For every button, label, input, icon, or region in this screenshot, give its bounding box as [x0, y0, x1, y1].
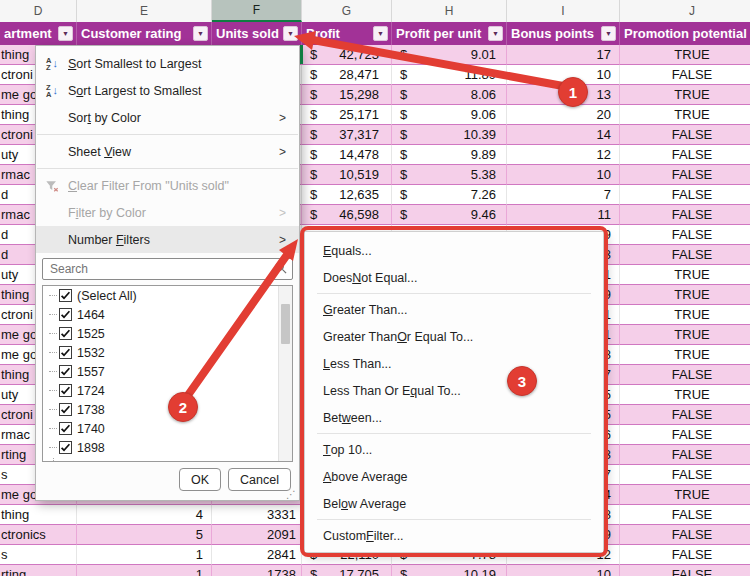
cell-units-sold[interactable]: 1738	[212, 565, 302, 576]
cell-profit[interactable]: $12,635	[302, 185, 392, 205]
cell-profit[interactable]: $37,317	[302, 125, 392, 145]
cell-promotion-potential[interactable]: FALSE	[620, 125, 750, 145]
cell-promotion-potential[interactable]: FALSE	[620, 405, 750, 425]
submenu-item-does-not-equal[interactable]: Does Not Equal...	[305, 264, 603, 291]
checked-checkbox-icon[interactable]	[59, 365, 72, 378]
filter-button-artment[interactable]: ▼	[58, 26, 73, 41]
filter-button-customer-rating[interactable]: ▼	[193, 26, 208, 41]
submenu-item-less-than[interactable]: Less Than...	[305, 350, 603, 377]
filter-value-1740[interactable]: 1740	[43, 419, 292, 438]
cell-bonus-points[interactable]: 11	[507, 205, 620, 225]
ok-button[interactable]: OK	[179, 468, 221, 491]
cell-profit-per-unit[interactable]: $10.39	[392, 125, 507, 145]
cell-profit[interactable]: $10,519	[302, 165, 392, 185]
menu-item-sort-by-color[interactable]: Sort by Color>	[36, 104, 299, 131]
cell-promotion-potential[interactable]: TRUE	[620, 345, 750, 365]
column-letter-E[interactable]: E	[77, 0, 212, 22]
filter-value-select-all[interactable]: (Select All)	[43, 286, 292, 305]
cell-promotion-potential[interactable]: FALSE	[620, 505, 750, 525]
cell-promotion-potential[interactable]: FALSE	[620, 245, 750, 265]
cell-artment[interactable]: thing	[0, 505, 77, 525]
cell-profit-per-unit[interactable]: $7.26	[392, 185, 507, 205]
cell-artment[interactable]: ctronics	[0, 525, 77, 545]
filter-value-1724[interactable]: 1724	[43, 381, 292, 400]
cell-promotion-potential[interactable]: TRUE	[620, 385, 750, 405]
cell-promotion-potential[interactable]: FALSE	[620, 465, 750, 485]
cell-promotion-potential[interactable]: TRUE	[620, 325, 750, 345]
cell-promotion-potential[interactable]: FALSE	[620, 165, 750, 185]
cell-promotion-potential[interactable]: TRUE	[620, 285, 750, 305]
column-letter-D[interactable]: D	[0, 0, 77, 22]
cell-promotion-potential[interactable]: FALSE	[620, 525, 750, 545]
cell-promotion-potential[interactable]: TRUE	[620, 265, 750, 285]
cell-customer-rating[interactable]: 1	[77, 545, 212, 565]
cell-bonus-points[interactable]: 7	[507, 185, 620, 205]
cell-customer-rating[interactable]: 5	[77, 525, 212, 545]
cell-profit[interactable]: $25,171	[302, 105, 392, 125]
cell-promotion-potential[interactable]: TRUE	[620, 485, 750, 505]
submenu-item-between[interactable]: Between...	[305, 404, 603, 431]
menu-item-number-filters[interactable]: Number Filters>	[36, 226, 299, 253]
cell-bonus-points[interactable]: 12	[507, 145, 620, 165]
cell-promotion-potential[interactable]: FALSE	[620, 425, 750, 445]
cell-profit[interactable]: $17,705	[302, 565, 392, 576]
column-letter-I[interactable]: I	[507, 0, 620, 22]
cell-profit-per-unit[interactable]: $10.19	[392, 565, 507, 576]
cell-bonus-points[interactable]: 10	[507, 565, 620, 576]
cell-profit-per-unit[interactable]: $5.38	[392, 165, 507, 185]
cell-promotion-potential[interactable]: FALSE	[620, 65, 750, 85]
cell-units-sold[interactable]: 2091	[212, 525, 302, 545]
checked-checkbox-icon[interactable]	[59, 346, 72, 359]
menu-item-sheet-view[interactable]: Sheet View>	[36, 138, 299, 165]
cell-promotion-potential[interactable]: TRUE	[620, 85, 750, 105]
checked-checkbox-icon[interactable]	[59, 384, 72, 397]
submenu-item-greater-than-or-equal-to[interactable]: Greater Than Or Equal To...	[305, 323, 603, 350]
cell-promotion-potential[interactable]: TRUE	[620, 45, 750, 65]
submenu-item-above-average[interactable]: Above Average	[305, 463, 603, 490]
cell-profit[interactable]: $46,598	[302, 205, 392, 225]
cell-profit-per-unit[interactable]: $9.01	[392, 45, 507, 65]
cell-promotion-potential[interactable]: FALSE	[620, 565, 750, 576]
cell-artment[interactable]: rting	[0, 565, 77, 576]
filter-value-1525[interactable]: 1525	[43, 324, 292, 343]
cell-units-sold[interactable]: 2841	[212, 545, 302, 565]
checked-checkbox-icon[interactable]	[59, 422, 72, 435]
submenu-item-equals[interactable]: Equals...	[305, 237, 603, 264]
menu-item-sort-smallest-to-largest[interactable]: AZ↓Sort Smallest to Largest	[36, 50, 299, 77]
cell-customer-rating[interactable]: 1	[77, 565, 212, 576]
cell-profit[interactable]: $14,478	[302, 145, 392, 165]
submenu-item-less-than-or-equal-to[interactable]: Less Than Or Equal To...	[305, 377, 603, 404]
checked-checkbox-icon[interactable]	[59, 308, 72, 321]
cell-profit[interactable]: $15,298	[302, 85, 392, 105]
cell-promotion-potential[interactable]: TRUE	[620, 105, 750, 125]
submenu-item-top-10[interactable]: Top 10...	[305, 436, 603, 463]
search-input[interactable]	[48, 261, 274, 277]
filter-button-bonus-points[interactable]: ▼	[601, 26, 616, 41]
cell-profit-per-unit[interactable]: $9.06	[392, 105, 507, 125]
cell-promotion-potential[interactable]: FALSE	[620, 145, 750, 165]
checked-checkbox-icon[interactable]	[59, 441, 72, 454]
column-letter-H[interactable]: H	[392, 0, 507, 22]
cell-artment[interactable]: s	[0, 545, 77, 565]
cell-promotion-potential[interactable]: TRUE	[620, 305, 750, 325]
menu-item-sort-largest-to-smallest[interactable]: ZA↓Sort Largest to Smallest	[36, 77, 299, 104]
submenu-item-below-average[interactable]: Below Average	[305, 490, 603, 517]
filter-button-profit[interactable]: ▼	[373, 26, 388, 41]
cell-profit-per-unit[interactable]: $11.89	[392, 65, 507, 85]
cell-promotion-potential[interactable]: FALSE	[620, 365, 750, 385]
cell-promotion-potential[interactable]: FALSE	[620, 185, 750, 205]
submenu-item-greater-than[interactable]: Greater Than...	[305, 296, 603, 323]
cell-units-sold[interactable]: 3331	[212, 505, 302, 525]
cell-bonus-points[interactable]: 20	[507, 105, 620, 125]
cell-profit[interactable]: $28,471	[302, 65, 392, 85]
column-letter-G[interactable]: G	[302, 0, 392, 22]
cell-profit[interactable]: $42,723	[302, 45, 392, 65]
submenu-item-custom-filter[interactable]: Custom Filter...	[305, 522, 603, 549]
filter-value-1532[interactable]: 1532	[43, 343, 292, 362]
resize-handle[interactable]: ⋰	[286, 490, 296, 500]
cancel-button[interactable]: Cancel	[228, 468, 291, 491]
column-letter-J[interactable]: J	[620, 0, 750, 22]
cell-promotion-potential[interactable]: FALSE	[620, 225, 750, 245]
cell-promotion-potential[interactable]: FALSE	[620, 545, 750, 565]
cell-promotion-potential[interactable]: FALSE	[620, 205, 750, 225]
